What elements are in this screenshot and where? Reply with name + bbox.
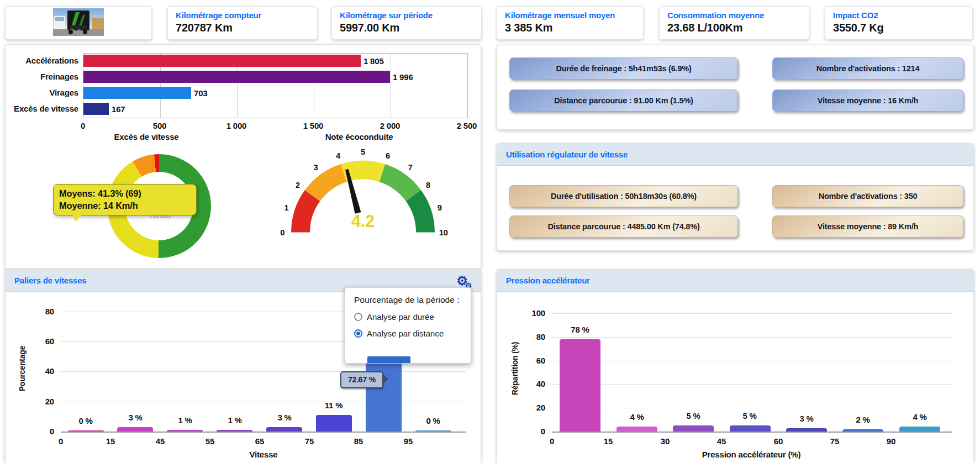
- radio-label: Analyse par distance: [367, 329, 444, 338]
- radio-icon[interactable]: [354, 329, 362, 338]
- x-tick: 65: [255, 436, 264, 446]
- y-axis-title: Répartition (%): [510, 335, 519, 402]
- panel-header: Utilisation régulateur de vitesse: [497, 144, 973, 166]
- x-tick: 75: [305, 436, 314, 446]
- bar-max[interactable]: [560, 339, 600, 432]
- speed-tiers-panel: Paliers de vitesses ⚙⚙ 72.67 % Pourcenta…: [5, 269, 481, 463]
- bar[interactable]: [730, 425, 771, 432]
- category-label: Freinages: [7, 72, 78, 81]
- gridline: [391, 54, 391, 118]
- kpi-title: Impact CO2: [833, 10, 965, 20]
- y-tick: 0: [522, 427, 545, 436]
- driving-stats-panel: Excès de vitesse Note écoconduite 100% T…: [5, 44, 481, 269]
- cruise-duration-pill: Durée d'utilisation : 50h18m30s (60.8%): [509, 185, 738, 207]
- bar[interactable]: [842, 429, 883, 432]
- gauge-tick: 7: [408, 163, 413, 172]
- gridline: [552, 384, 952, 385]
- kpi-card-consumption: Consommation moyenne 23.68 L/100Km: [659, 6, 809, 40]
- vehicle-card: [5, 6, 152, 40]
- bar[interactable]: [415, 430, 451, 432]
- donut-tooltip-line2: Moyenne: 14 Km/h: [59, 199, 191, 212]
- gauge-segment: [301, 196, 313, 232]
- bar[interactable]: [316, 415, 352, 432]
- gauge-tick: 9: [438, 203, 442, 212]
- gauge-tick: 6: [386, 151, 390, 160]
- popup-validate-button-partial[interactable]: [367, 356, 410, 363]
- bar-value-label: 3 %: [113, 413, 157, 422]
- panel-title: Utilisation régulateur de vitesse: [506, 150, 628, 159]
- gauge-segment: [344, 170, 382, 173]
- bar-value-label: 5 %: [671, 411, 715, 420]
- bar[interactable]: [68, 430, 104, 432]
- bar[interactable]: [167, 430, 203, 432]
- bar[interactable]: [217, 430, 252, 432]
- y-axis-title: Pourcentage: [18, 335, 27, 402]
- gridline: [552, 408, 952, 408]
- radio-icon[interactable]: [354, 313, 362, 321]
- gauge-segment: [413, 196, 425, 232]
- x-tick: 30: [661, 436, 670, 446]
- x-axis-line: [552, 432, 952, 433]
- brake-avg-speed-pill: Vitesse moyenne : 16 Km/h: [772, 90, 963, 112]
- bar-value-label: 1 %: [163, 415, 207, 425]
- y-tick: 60: [31, 336, 54, 346]
- bar[interactable]: [266, 427, 302, 432]
- x-tick: 1 000: [226, 121, 247, 130]
- kpi-value: 720787 Km: [176, 22, 309, 34]
- brake-activations-pill: Nombre d'activations : 1214: [772, 57, 963, 80]
- y-tick: 20: [522, 403, 545, 412]
- x-tick: 45: [156, 436, 165, 446]
- kpi-card-monthly-km: Kilométrage mensuel moyen 3 385 Km: [497, 6, 644, 40]
- kpi-value: 23.68 L/100Km: [667, 22, 801, 34]
- cruise-activations-pill: Nombre d'activations : 350: [772, 185, 963, 207]
- cruise-control-panel: Utilisation régulateur de vitesse Durée …: [497, 143, 974, 251]
- bar[interactable]: [899, 427, 940, 432]
- bar[interactable]: [83, 71, 390, 83]
- x-tick: 0: [59, 436, 63, 446]
- bar-value-label: 4 %: [898, 412, 942, 422]
- radio-option-analyse-par-duree[interactable]: Analyse par durée: [354, 312, 471, 322]
- bar[interactable]: [786, 428, 827, 432]
- gridline: [61, 402, 466, 402]
- category-label: Accélérations: [7, 56, 78, 65]
- bar[interactable]: [117, 427, 153, 432]
- x-tick: 1 500: [303, 121, 324, 130]
- gauge-svg: 0123456789104.2: [263, 139, 463, 240]
- brake-duration-pill: Durée de freinage : 5h41m53s (6.9%): [509, 57, 738, 80]
- bar[interactable]: [617, 427, 657, 432]
- category-label: Excès de vitesse: [7, 104, 78, 113]
- vehicle-photo: [53, 8, 104, 38]
- cruise-avg-speed-pill: Vitesse moyenne : 89 Km/h: [772, 215, 963, 238]
- x-tick: 2 500: [457, 121, 477, 130]
- gridline: [552, 361, 952, 361]
- x-tick: 0: [81, 121, 85, 130]
- kpi-value: 3 385 Km: [505, 22, 635, 34]
- bar[interactable]: [83, 103, 109, 115]
- bar-value-label: 1 %: [213, 415, 257, 425]
- bar[interactable]: [83, 55, 361, 67]
- y-tick: 80: [31, 307, 54, 316]
- gridline: [552, 313, 952, 314]
- y-tick: 60: [522, 356, 545, 365]
- x-tick: 15: [604, 436, 613, 446]
- radio-option-analyse-par-distance[interactable]: Analyse par distance: [354, 329, 471, 338]
- gauge-segment: [313, 173, 344, 196]
- gauge-tick: 5: [361, 148, 365, 156]
- fleet-ecodriving-dashboard: { "colors": { "accent_blue": "#0d6efd", …: [0, 0, 980, 463]
- x-tick: 2 000: [380, 121, 401, 130]
- popup-title: Pourcentage de la période :: [354, 295, 471, 305]
- gauge-value: 4.2: [351, 212, 375, 230]
- kpi-value: 3550.7 Kg: [833, 22, 965, 34]
- x-tick: 75: [830, 436, 839, 446]
- gauge-segment: [382, 173, 413, 196]
- y-tick: 40: [522, 379, 545, 388]
- bar-value-label: 11 %: [312, 401, 356, 410]
- donut-tooltip-line1: Moyens: 41.3% (69): [59, 187, 191, 199]
- bar[interactable]: [673, 425, 714, 432]
- kpi-card-co2: Impact CO2 3550.7 Kg: [825, 6, 973, 40]
- bar-value-label: 1 805: [363, 56, 384, 66]
- brake-stats-panel: Durée de freinage : 5h41m53s (6.9%) Nomb…: [497, 45, 974, 130]
- bar[interactable]: [83, 87, 191, 99]
- bar-value-label: 167: [112, 104, 125, 114]
- gauge-tick: 1: [284, 203, 288, 212]
